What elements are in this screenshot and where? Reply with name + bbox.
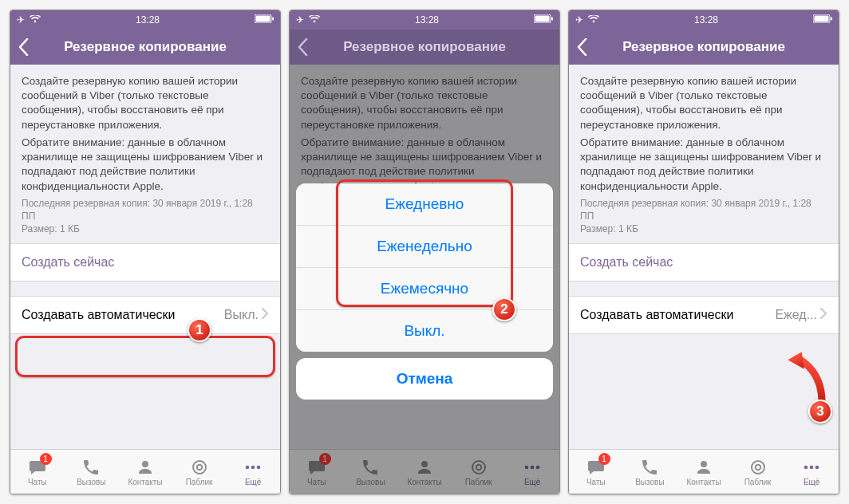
airplane-icon: ✈︎ [575,14,583,26]
status-time: 13:28 [694,14,718,26]
tab-chats-label: Чаты [28,478,47,486]
screen-1: ✈︎ 13:28 Резервное копирование Создайте … [10,10,281,494]
status-time: 13:28 [136,14,160,26]
sheet-cancel-button[interactable]: Отмена [296,358,553,400]
battery-icon [534,14,553,26]
tab-chats[interactable]: 1 Чаты [290,450,344,494]
backup-now-label: Создать сейчас [580,255,673,270]
sheet-option-off[interactable]: Выкл. [296,310,553,352]
tab-bar: 1 Чаты Вызовы Контакты Паблик Ещё [569,449,839,494]
tab-public-label: Паблик [465,478,492,486]
backup-now-label: Создать сейчас [22,255,114,270]
tab-chats[interactable]: 1 Чаты [10,450,65,494]
svg-point-5 [246,465,250,469]
auto-backup-value: Ежед... [775,308,817,322]
wifi-icon [309,14,320,26]
backup-now-cell[interactable]: Создать сейчас [569,243,839,282]
svg-point-23 [815,465,819,469]
svg-point-3 [193,461,206,474]
screen-3: ✈︎ 13:28 Резервное копирование Создайте … [568,10,839,494]
description: Создайте резервную копию вашей истории с… [10,65,280,197]
tab-calls[interactable]: Вызовы [623,450,677,494]
svg-rect-18 [831,18,832,21]
svg-point-4 [196,464,201,469]
content: Создайте резервную копию вашей истории с… [290,65,559,449]
tab-contacts-label: Контакты [407,478,441,486]
tab-chats-label: Чаты [586,478,606,486]
svg-rect-1 [256,16,270,22]
battery-icon [255,14,274,26]
auto-backup-cell[interactable]: Создавать автоматически Ежед... [569,296,839,334]
backup-meta: Последняя резервная копия: 30 января 201… [569,197,839,244]
tab-calls[interactable]: Вызовы [65,450,119,494]
svg-point-21 [804,465,808,469]
tab-contacts-label: Контакты [128,478,162,486]
tab-calls-label: Вызовы [77,478,105,486]
action-sheet: Ежедневно Еженедельно Ежемесячно Выкл. О… [296,183,553,400]
auto-backup-label: Создавать автоматически [580,308,734,322]
description-p2: Обратите внимание: данные в облачном хра… [580,136,827,194]
sheet-options: Ежедневно Еженедельно Ежемесячно Выкл. [296,183,553,352]
tab-chats[interactable]: 1 Чаты [569,450,623,494]
svg-rect-2 [272,18,274,21]
svg-point-11 [472,461,485,474]
svg-point-7 [257,465,261,469]
last-backup: Последняя резервная копия: 30 января 201… [22,197,269,222]
tab-contacts[interactable]: Контакты [677,450,731,494]
tab-public-label: Паблик [744,478,772,486]
status-bar: ✈︎ 13:28 [290,10,559,30]
tab-calls-label: Вызовы [356,478,385,486]
chats-badge: 1 [319,453,331,465]
callout-number-3: 3 [808,400,832,423]
tab-chats-label: Чаты [307,478,326,486]
description-p2: Обратите внимание: данные в облачном хра… [22,136,269,194]
tab-calls-label: Вызовы [635,478,664,486]
tab-public[interactable]: Паблик [172,450,227,494]
svg-point-20 [755,464,760,469]
tab-contacts[interactable]: Контакты [397,450,452,494]
tab-public[interactable]: Паблик [731,450,785,494]
wifi-icon [588,14,599,26]
sheet-option-monthly[interactable]: Ежемесячно [296,268,553,310]
tab-bar: 1 Чаты Вызовы Контакты Паблик Ещё [290,449,559,494]
status-bar: ✈︎ 13:28 [569,10,839,30]
tab-calls[interactable]: Вызовы [344,450,398,494]
page-title: Резервное копирование [298,39,551,55]
svg-point-22 [810,465,814,469]
svg-point-14 [531,465,535,469]
tab-contacts[interactable]: Контакты [118,450,172,494]
svg-point-12 [476,464,480,469]
description-p1: Создайте резервную копию вашей истории с… [22,74,269,132]
tab-public[interactable]: Паблик [452,450,506,494]
nav-bar: Резервное копирование [290,30,559,65]
tab-more[interactable]: Ещё [226,450,280,494]
callout-highlight-1 [15,336,275,377]
status-bar: ✈︎ 13:28 [10,10,280,30]
description: Создайте резервную копию вашей истории с… [569,65,839,197]
sheet-option-daily[interactable]: Ежедневно [296,183,553,226]
svg-point-6 [251,465,255,469]
auto-backup-label: Создавать автоматически [22,308,176,322]
svg-rect-10 [551,18,553,21]
tab-more[interactable]: Ещё [505,450,559,494]
chats-badge: 1 [598,453,610,465]
backup-size: Размер: 1 КБ [22,222,269,235]
page-title: Резервное копирование [577,39,831,55]
tab-contacts-label: Контакты [686,478,721,486]
airplane-icon: ✈︎ [296,14,304,26]
nav-bar: Резервное копирование [569,30,839,65]
sheet-option-weekly[interactable]: Еженедельно [296,226,553,268]
chats-badge: 1 [40,453,52,465]
backup-now-cell[interactable]: Создать сейчас [10,243,280,282]
auto-backup-cell[interactable]: Создавать автоматически Выкл. [10,296,280,334]
svg-rect-9 [535,16,550,22]
svg-point-15 [536,465,540,469]
backup-size: Размер: 1 КБ [580,222,827,235]
tab-more[interactable]: Ещё [784,450,839,494]
chevron-right-icon [262,308,269,322]
svg-point-19 [752,461,764,474]
auto-backup-value: Выкл. [224,308,259,322]
page-title: Резервное копирование [18,39,272,55]
last-backup: Последняя резервная копия: 30 января 201… [580,197,827,222]
callout-arrow-3 [786,350,834,406]
